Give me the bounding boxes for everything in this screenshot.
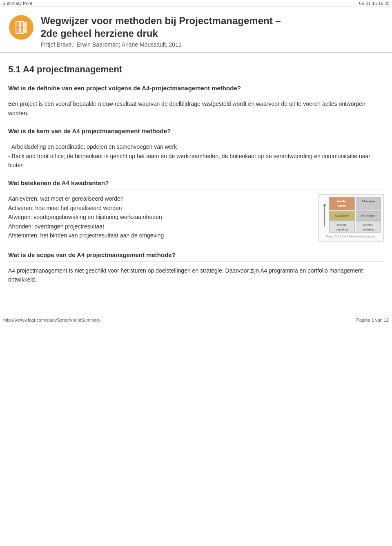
- header-text: Wegwijzer voor methoden bij Projectmanag…: [41, 14, 384, 48]
- footer-url: http://www.efaqt.com/studyScreen/printSu…: [3, 318, 100, 322]
- book-icon: [8, 14, 34, 40]
- top-bar: Summary Print 06-01-15 16:28: [0, 0, 392, 7]
- quad-bottom-right: Afronden: [356, 211, 381, 220]
- quad-bottom-left: Activeren: [329, 211, 355, 220]
- main-content: 5.1 A4 projectmanagement Wat is de defin…: [0, 53, 392, 298]
- question-4: Wat is de scope van de A4 projectmanagem…: [8, 247, 384, 262]
- answer-4: A4 projectmanagement is niet geschikt vo…: [8, 262, 384, 290]
- answer-1: Een project is een vooraf bepaalde nieuw…: [8, 95, 384, 123]
- arrow-shaft: [324, 206, 325, 226]
- diagram-caption: Figuur 5.1.1 De A4-kwadrantendiagram: [321, 234, 381, 239]
- bottom-cell-left: Arbeids-verdeling: [329, 222, 355, 233]
- answer-line-5: Afstemmen: het binden van projectresulta…: [8, 231, 312, 240]
- answer-line-4: Afronden: overdragen projectresultaat: [8, 222, 312, 231]
- diagram-box: Aanle-veren Afwegen Activeren Afronden A…: [318, 194, 384, 242]
- answer-line-3: Afwegen: voortgangsbewaking en bijsturin…: [8, 213, 312, 222]
- diagram-layout: Aanle-veren Afwegen Activeren Afronden A…: [321, 197, 381, 233]
- answer-3: Aanleveren: wat moet er gerealiseerd wor…: [8, 190, 384, 247]
- answer-line-2: Activeren: hoe moet het gerealiseerd wor…: [8, 204, 312, 213]
- qa-block-4: Wat is de scope van de A4 projectmanagem…: [8, 247, 384, 290]
- diagram-left-arrow: [321, 197, 328, 233]
- quad-top-left: Aanle-veren: [329, 197, 355, 210]
- diagram-inner: Aanle-veren Afwegen Activeren Afronden A…: [321, 197, 381, 239]
- footer: http://www.efaqt.com/studyScreen/printSu…: [0, 315, 392, 325]
- top-bar-left: Summary Print: [2, 1, 32, 6]
- quadrant-area: Aanle-veren Afwegen Activeren Afronden A…: [329, 197, 381, 233]
- header-subtitle: Fritjof Brave.; Erwin Baardman; Ariane M…: [41, 41, 384, 48]
- question-2: Wat is de kern van de A4 projectmanageme…: [8, 123, 384, 138]
- qa-block-3: Wat betekenen de A4 kwadranten? Aanlever…: [8, 175, 384, 247]
- quad-top-right: Afwegen: [356, 197, 381, 210]
- top-bar-right: 06-01-15 16:28: [359, 1, 390, 6]
- footer-page: Pagina 1 van 12: [356, 318, 389, 322]
- question-1: Wat is de definitie van een project volg…: [8, 81, 384, 95]
- qa-block-1: Wat is de definitie van een project volg…: [8, 81, 384, 123]
- bottom-cells: Arbeids-verdeling Arbeids-verdeling: [329, 222, 381, 233]
- header-title: Wegwijzer voor methoden bij Projectmanag…: [41, 14, 384, 40]
- answer-text-3: Aanleveren: wat moet er gerealiseerd wor…: [8, 194, 312, 240]
- answer-line-1: Aanleveren: wat moet er gerealiseerd wor…: [8, 194, 312, 203]
- qa-block-2: Wat is de kern van de A4 projectmanageme…: [8, 123, 384, 175]
- quadrant-grid: Aanle-veren Afwegen Activeren Afronden: [329, 197, 381, 220]
- question-3: Wat betekenen de A4 kwadranten?: [8, 175, 384, 190]
- section-heading: 5.1 A4 projectmanagement: [8, 64, 384, 75]
- bottom-cell-right: Arbeids-verdeling: [356, 222, 381, 233]
- header-section: Wegwijzer voor methoden bij Projectmanag…: [0, 7, 392, 53]
- answer-2: - Arbeidsdeling en coördinatie; opdelen …: [8, 138, 384, 175]
